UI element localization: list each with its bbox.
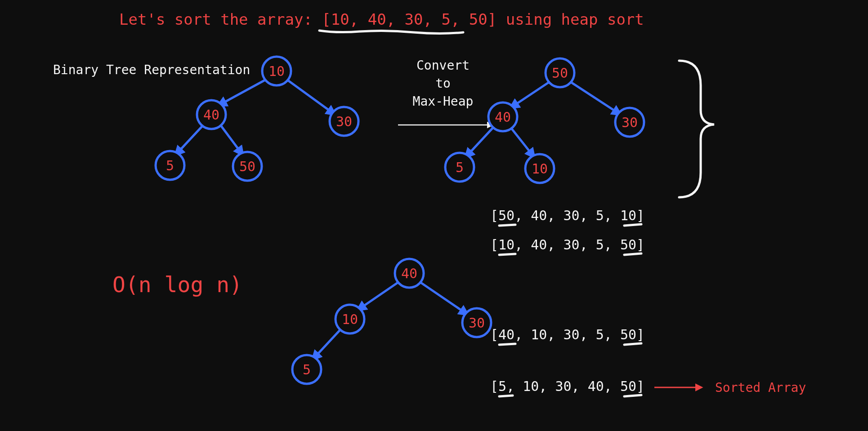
svg-text:30: 30 [469,315,485,331]
title-prefix: Let's sort the array: [119,10,322,28]
svg-line-16 [510,127,534,157]
svg-line-1 [218,79,268,106]
underline-icon [624,343,641,345]
svg-line-2 [286,79,335,115]
svg-line-15 [465,126,495,157]
underline-icon [624,224,641,226]
node-root: 10 [262,57,291,85]
svg-text:10: 10 [342,311,358,327]
svg-text:5: 5 [456,160,464,175]
node-left-left: 5 [156,151,184,180]
node-value: 40 [203,107,219,123]
svg-line-29 [313,328,342,360]
array-step-2: [10, 40, 30, 5, 50] [490,237,644,253]
title-array-underline [319,31,463,34]
svg-text:40: 40 [401,266,417,281]
underline-icon [624,395,641,396]
svg-text:10: 10 [532,161,548,177]
svg-text:40: 40 [495,109,511,125]
svg-text:Convert: Convert [416,58,470,73]
complexity-label: O(n log n) [112,272,242,297]
svg-line-14 [569,81,621,115]
array-step-1: [50, 40, 30, 5, 10] [490,208,644,223]
node-root: 40 [395,259,424,288]
node-left-right: 50 [233,152,262,181]
node-left: 40 [488,102,517,131]
sorted-label: Sorted Array [715,380,806,395]
brace-icon [679,61,714,197]
tree-max-heap: 50 40 30 5 10 [445,58,644,183]
convert-label: Convert to Max-Heap [413,58,474,109]
svg-text:30: 30 [622,115,638,130]
svg-text:50: 50 [552,65,568,81]
svg-text:Max-Heap: Max-Heap [413,94,474,109]
svg-text:Let's sort the array: 
    [10: Let's sort the array: [10, 40, 30, 5, 50… [119,10,644,28]
tree-step: 40 10 30 5 [292,259,491,384]
title-array: [10, 40, 30, 5, 50] [322,10,497,28]
node-value: 10 [268,63,285,79]
node-left: 40 [197,100,226,129]
svg-text:to: to [435,76,451,91]
node-right: 30 [462,308,491,337]
node-value: 50 [239,159,255,174]
svg-line-27 [358,281,400,310]
node-left-left: 5 [445,153,474,182]
node-left: 10 [336,305,364,333]
title-suffix: using heap sort [506,10,644,28]
node-value: 5 [166,158,174,173]
svg-text:5: 5 [303,362,311,378]
node-right: 30 [330,107,358,136]
node-value: 30 [336,114,352,129]
array-step-3: [40, 10, 30, 5, 50] [490,327,644,342]
binary-tree-label: Binary Tree Representation [53,62,250,77]
svg-line-4 [220,125,243,155]
array-sorted: [5, 10, 30, 40, 50] [490,378,644,394]
underline-icon [499,395,513,396]
node-right: 30 [615,108,644,137]
underline-icon [499,225,515,226]
underline-icon [624,253,641,255]
node-root: 50 [546,58,574,87]
underline-icon [499,344,515,345]
svg-line-13 [510,81,551,108]
svg-line-3 [175,124,205,155]
underline-icon [499,254,515,255]
node-left-left: 5 [292,355,321,384]
svg-line-28 [418,281,468,315]
node-left-right: 10 [525,154,554,183]
